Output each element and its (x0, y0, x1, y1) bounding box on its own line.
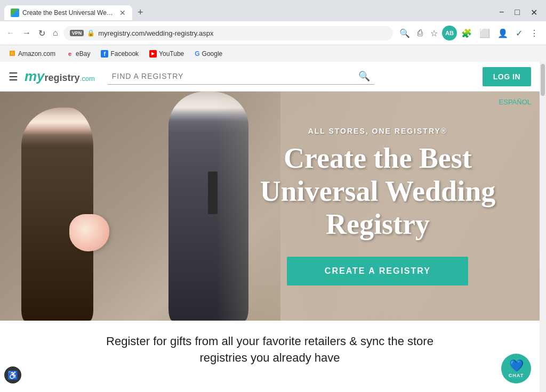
website-content: ☰ my registry .com 🔍 LOG IN (0, 62, 540, 392)
tab-title: Create the Best Universal Weddin (22, 9, 116, 17)
facebook-icon: f (101, 50, 108, 58)
title-bar: Create the Best Universal Weddin ✕ + − □… (0, 0, 546, 21)
bookmark-facebook-label: Facebook (110, 50, 139, 58)
address-bar: ← → ↻ ⌂ VPN 🔒 myregistry.com/wedding-reg… (0, 21, 546, 45)
bottom-section: Register for gifts from all your favorit… (0, 321, 540, 366)
minimize-button[interactable]: − (495, 5, 508, 19)
lock-icon: 🔒 (87, 29, 95, 37)
search-bar[interactable]: 🔍 (108, 68, 374, 85)
menu-button[interactable]: ⋮ (527, 26, 542, 40)
logo-my: my (25, 68, 45, 85)
maximize-button[interactable]: □ (510, 5, 524, 19)
site-logo[interactable]: my registry .com (25, 68, 95, 85)
scrollbar-thumb[interactable] (541, 64, 545, 96)
login-button[interactable]: LOG IN (483, 67, 531, 86)
espanol-link[interactable]: ESPAÑOL (499, 98, 531, 106)
bookmark-ebay-label: eBay (76, 50, 90, 58)
new-tab-button[interactable]: + (133, 5, 148, 20)
hero-title-line3: Registry (326, 208, 430, 240)
hero-title: Create the Best Universal Wedding Regist… (260, 142, 496, 241)
url-bar[interactable]: VPN 🔒 myregistry.com/wedding-registry.as… (63, 26, 393, 40)
url-text: myregistry.com/wedding-registry.aspx (98, 29, 387, 37)
create-registry-button[interactable]: CREATE A REGISTRY (287, 257, 468, 285)
chat-label: CHAT (509, 373, 524, 378)
profile-ab-button[interactable]: AB (442, 26, 457, 40)
home-button[interactable]: ⌂ (51, 26, 60, 40)
hero-subtitle: ALL STORES, ONE REGISTRY® (308, 127, 448, 135)
bottom-text-line2: registries you already have (200, 351, 340, 364)
forward-button[interactable]: → (20, 26, 33, 40)
youtube-icon: ▶ (149, 50, 157, 58)
bookmark-amazon[interactable]: 🅰 Amazon.com (4, 48, 60, 59)
chat-heart-icon: 💙 (509, 359, 524, 373)
search-toolbar-button[interactable]: 🔍 (396, 26, 413, 40)
vpn-badge: VPN (70, 30, 84, 36)
logo-com: .com (80, 75, 95, 83)
chat-button[interactable]: 💙 CHAT (501, 354, 531, 383)
hamburger-menu[interactable]: ☰ (9, 70, 18, 83)
page-wrapper: ☰ my registry .com 🔍 LOG IN (0, 62, 546, 392)
refresh-button[interactable]: ↻ (36, 26, 47, 40)
split-view-button[interactable]: ⬜ (476, 26, 493, 40)
site-header: ☰ my registry .com 🔍 LOG IN (0, 62, 540, 92)
profile-button[interactable]: 👤 (494, 26, 511, 40)
search-icon[interactable]: 🔍 (358, 70, 370, 82)
bookmark-google-label: Google (202, 50, 223, 58)
hero-title-line2: Universal Wedding (260, 175, 496, 207)
hero-section: ESPAÑOL ALL STORES, ONE REGISTRY® Create… (0, 92, 540, 321)
close-button[interactable]: ✕ (526, 5, 542, 20)
tab-favicon (11, 9, 19, 17)
logo-registry: registry (45, 72, 80, 84)
bookmark-youtube-label: YouTube (159, 50, 184, 58)
active-tab[interactable]: Create the Best Universal Weddin ✕ (4, 5, 132, 20)
tab-area: Create the Best Universal Weddin ✕ + (4, 5, 148, 20)
window-controls: − □ ✕ (495, 5, 542, 20)
accessibility-button[interactable]: ♿ (4, 366, 21, 383)
bottom-text: Register for gifts from all your favorit… (11, 333, 529, 366)
bottom-text-line1: Register for gifts from all your favorit… (106, 334, 433, 348)
bookmark-youtube[interactable]: ▶ YouTube (145, 48, 188, 59)
google-icon: G (195, 50, 199, 58)
browser-chrome: Create the Best Universal Weddin ✕ + − □… (0, 0, 546, 62)
hero-title-line1: Create the Best (284, 142, 472, 174)
bookmark-facebook[interactable]: f Facebook (97, 48, 143, 59)
bookmark-amazon-label: Amazon.com (18, 50, 55, 58)
amazon-icon: 🅰 (9, 50, 16, 58)
security-button[interactable]: ✓ (512, 26, 526, 40)
bookmarks-bar: 🅰 Amazon.com e eBay f Facebook ▶ YouTube… (0, 45, 546, 62)
scrollbar[interactable] (540, 62, 546, 392)
toolbar-icons: 🔍 ⎙ ☆ AB 🧩 ⬜ 👤 ✓ ⋮ (396, 26, 542, 40)
hero-text-content: ESPAÑOL ALL STORES, ONE REGISTRY® Create… (216, 92, 540, 321)
share-button[interactable]: ⎙ (414, 26, 426, 40)
bookmark-google[interactable]: G Google (190, 48, 227, 59)
accessibility-icon: ♿ (7, 370, 18, 380)
bookmark-ebay[interactable]: e eBay (62, 48, 94, 59)
bookmark-star-button[interactable]: ☆ (427, 26, 441, 40)
search-input[interactable] (112, 72, 354, 80)
back-button[interactable]: ← (4, 26, 17, 40)
extensions-button[interactable]: 🧩 (458, 26, 475, 40)
ebay-icon: e (66, 50, 74, 58)
tab-close-button[interactable]: ✕ (119, 9, 126, 17)
